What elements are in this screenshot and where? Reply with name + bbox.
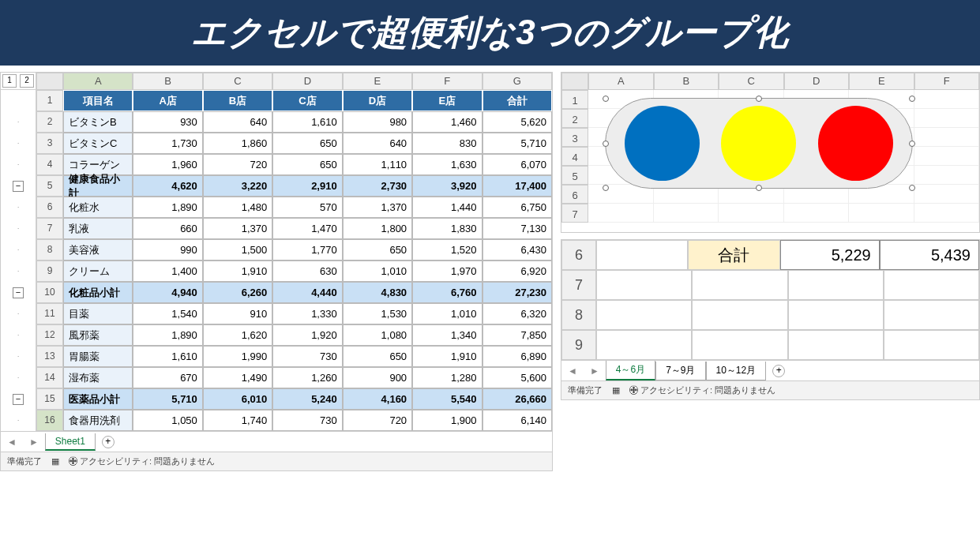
cell[interactable]: 6,430 [482,239,552,261]
cell[interactable]: 1,470 [272,218,342,239]
cell[interactable]: 980 [343,111,412,133]
cell[interactable]: 1,340 [412,324,482,346]
cell[interactable] [788,270,884,300]
cell[interactable]: 730 [272,410,342,431]
total-label-cell[interactable]: 合計 [688,240,779,270]
cell[interactable]: 730 [272,346,342,367]
cell[interactable]: 1,540 [133,303,202,324]
cell[interactable]: 4,160 [343,388,412,410]
cell[interactable]: 1,500 [203,239,272,261]
circle-red[interactable] [818,106,893,181]
cell[interactable]: 1,740 [203,410,272,431]
cell[interactable]: 4,620 [133,175,202,197]
outline-collapse-button[interactable]: − [13,287,24,298]
resize-handle[interactable] [909,141,915,147]
cell[interactable]: 1,630 [412,154,482,175]
cell[interactable]: 1,330 [272,303,342,324]
select-all-corner[interactable] [36,73,63,90]
row-header[interactable]: 7 [561,270,596,300]
cell[interactable]: 化粧水 [63,197,133,218]
cell[interactable]: 990 [133,239,202,261]
row-header[interactable]: 11 [36,303,63,324]
cell[interactable]: 1,610 [133,346,202,367]
column-header[interactable]: B [133,73,202,90]
cell[interactable]: 630 [272,261,342,282]
cell[interactable]: 6,890 [482,346,552,367]
cell[interactable] [692,330,787,360]
table-header-cell[interactable]: 項目名 [63,90,133,111]
outline-level-btn-1[interactable]: 1 [2,74,17,88]
cell[interactable]: 湿布薬 [63,367,133,388]
cell[interactable]: 目薬 [63,303,133,324]
row-header[interactable]: 1 [561,90,588,109]
cell[interactable]: 1,280 [412,367,482,388]
cell[interactable]: 1,010 [412,303,482,324]
sheet-tab[interactable]: Sheet1 [45,433,96,451]
column-header[interactable]: A [63,73,133,90]
cell[interactable]: 1,990 [203,346,272,367]
cell[interactable]: 1,920 [272,324,342,346]
total-value-cell[interactable]: 5,439 [880,240,979,270]
cell[interactable]: 6,070 [482,154,552,175]
cell[interactable]: 1,800 [343,218,412,239]
column-header[interactable]: C [203,73,272,90]
cell[interactable]: 900 [343,367,412,388]
cell[interactable]: 1,370 [203,218,272,239]
cell[interactable]: 640 [203,111,272,133]
cell[interactable]: 風邪薬 [63,324,133,346]
column-header[interactable]: G [482,73,552,90]
table-header-cell[interactable]: E店 [412,90,482,111]
cell[interactable]: 720 [343,410,412,431]
cell[interactable] [914,109,980,128]
row-header[interactable]: 6 [36,197,63,218]
cell[interactable]: 570 [272,197,342,218]
cell[interactable]: 1,910 [203,261,272,282]
macro-icon[interactable]: ▦ [51,456,59,467]
row-header[interactable]: 13 [36,346,63,367]
cell[interactable]: 4,440 [272,282,342,303]
grouped-shape-object[interactable] [605,98,913,189]
cell[interactable]: 1,050 [133,410,202,431]
row-header[interactable]: 3 [36,133,63,154]
cell[interactable]: 670 [133,367,202,388]
cell[interactable]: 1,730 [133,133,202,154]
cell[interactable]: 830 [412,133,482,154]
cell[interactable]: 化粧品小計 [63,282,133,303]
add-sheet-button[interactable]: + [102,436,115,448]
total-value-cell[interactable]: 5,229 [780,240,880,270]
cell[interactable]: 650 [343,239,412,261]
cell[interactable]: 660 [133,218,202,239]
table-header-cell[interactable]: B店 [203,90,272,111]
cell[interactable]: 27,230 [482,282,552,303]
cell[interactable]: 650 [272,154,342,175]
cell[interactable] [654,204,719,223]
column-header[interactable]: A [588,73,654,90]
cell[interactable]: 930 [133,111,202,133]
cell[interactable]: 5,600 [482,367,552,388]
row-header[interactable]: 15 [36,388,63,410]
cell[interactable]: 6,260 [203,282,272,303]
cell[interactable] [692,270,787,300]
cell[interactable]: 1,460 [412,111,482,133]
resize-handle[interactable] [603,141,609,147]
cell[interactable]: ビタミンC [63,133,133,154]
resize-handle[interactable] [756,96,762,102]
row-header[interactable]: 8 [36,239,63,261]
sheet-tab[interactable]: 10～12月 [706,362,767,380]
row-header[interactable]: 1 [36,90,63,111]
cell[interactable]: ビタミンB [63,111,133,133]
column-header[interactable]: D [784,73,850,90]
cell[interactable]: 6,760 [412,282,482,303]
add-sheet-button[interactable]: + [772,365,785,377]
row-header[interactable]: 4 [561,147,588,166]
cell[interactable]: 1,370 [343,197,412,218]
cell[interactable]: 健康食品小計 [63,175,133,197]
cell[interactable]: 1,960 [133,154,202,175]
tab-nav-prev-icon[interactable]: ◄ [561,365,584,377]
row-header[interactable]: 5 [561,166,588,185]
cell[interactable]: 6,920 [482,261,552,282]
cell[interactable]: 乳液 [63,218,133,239]
row-header[interactable]: 4 [36,154,63,175]
resize-handle[interactable] [603,185,609,191]
resize-handle[interactable] [603,96,609,102]
